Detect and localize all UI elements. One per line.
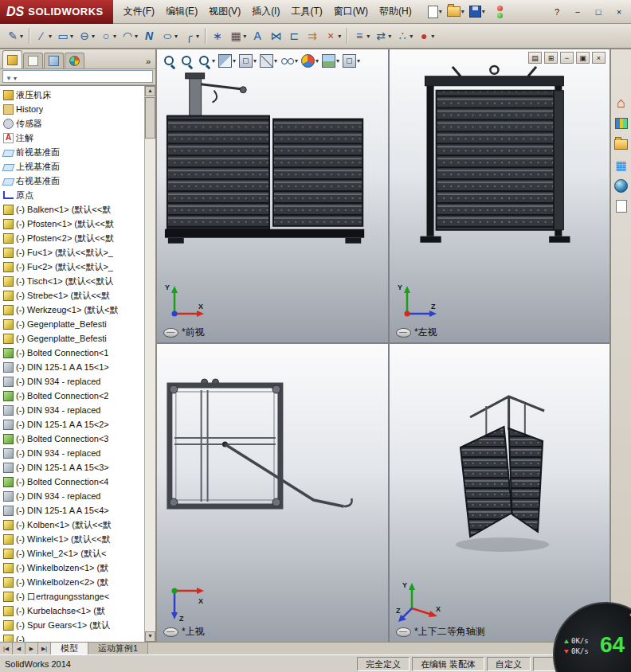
tree-item[interactable]: 原点 xyxy=(0,188,145,202)
configurationmanager-tab[interactable] xyxy=(44,53,64,68)
home-icon[interactable]: ⌂ xyxy=(613,94,630,111)
view-palette-icon[interactable]: ▦ xyxy=(613,156,630,174)
zoom-fit-button[interactable] xyxy=(162,53,178,68)
tree-filter-input[interactable] xyxy=(2,70,153,83)
tree-item[interactable]: 注解 xyxy=(0,131,145,145)
display-style-button[interactable]: ▾ xyxy=(259,53,278,68)
section-view-button[interactable]: ▾ xyxy=(218,53,237,68)
circle-button[interactable]: ○ ▾ xyxy=(97,26,119,45)
tree-item[interactable]: (-) Pfosten<1> (默认<<默 xyxy=(0,217,145,231)
tree-item[interactable]: 前视基准面 xyxy=(0,145,145,159)
tree-item[interactable]: 上视基准面 xyxy=(0,159,145,174)
tree-item[interactable]: (-) 口ertragungsstange< xyxy=(0,589,145,604)
tree-item[interactable]: (-) DIN 934 - replaced xyxy=(0,403,145,417)
tree-item[interactable]: (-) Bolted Connection<2 xyxy=(0,389,145,403)
tree-item[interactable]: (-) Bolted Connection<4 xyxy=(0,475,145,489)
separator[interactable] xyxy=(205,28,206,44)
maximize-button[interactable]: □ xyxy=(591,6,606,18)
tab-nav-button[interactable]: ◀ xyxy=(13,643,25,654)
appearances-icon[interactable] xyxy=(613,177,630,194)
view-orientation-button[interactable]: ▾ xyxy=(238,53,257,68)
tree-item[interactable]: (-) Winkel_2<1> (默认< xyxy=(0,546,145,561)
trim-entities-button[interactable]: × ▾ xyxy=(322,26,343,45)
tree-item[interactable]: (-) Winkel<1> (默认<<默 xyxy=(0,532,145,546)
tree-item[interactable]: 液压机床 xyxy=(0,88,145,102)
tree-item[interactable]: (-) xyxy=(0,632,145,642)
menu-item[interactable]: 帮助(H) xyxy=(374,5,417,18)
arc-button[interactable]: ◠ ▾ xyxy=(119,26,140,45)
tree-item[interactable]: (-) Fu<1> (默认<<默认>_ xyxy=(0,245,145,260)
apply-scene-button[interactable]: ▾ xyxy=(321,53,340,68)
tree-item[interactable]: (-) Kolben<1> (默认<<默 xyxy=(0,518,145,532)
ellipse-button[interactable]: ○ ▾ xyxy=(159,26,180,45)
text-button[interactable]: A xyxy=(249,26,267,45)
tree-item[interactable]: (-) DIN 125-1 A A 15<1> xyxy=(0,360,145,374)
design-library-icon[interactable] xyxy=(613,115,630,132)
viewport-left[interactable]: Y Z *左视 xyxy=(390,49,609,344)
viewport-four-view-button[interactable]: ⊞ xyxy=(544,52,558,64)
help-button[interactable]: ? xyxy=(550,6,564,18)
tree-item[interactable]: (-) DIN 125-1 A A 15<2> xyxy=(0,417,145,432)
model-tab[interactable]: 模型 xyxy=(51,643,88,654)
tree-item[interactable]: (-) Balken<1> (默认<<默 xyxy=(0,202,145,217)
point-button[interactable]: ∗ xyxy=(209,26,227,45)
mirror-entities-button[interactable]: ⋈ xyxy=(267,26,285,45)
menu-item[interactable]: 窗口(W) xyxy=(328,5,374,18)
tree-item[interactable]: (-) Spur Gears<1> (默认 xyxy=(0,618,145,632)
tree-item[interactable]: (-) Tisch<1> (默认<<默认 xyxy=(0,274,145,288)
tree-item[interactable]: 右视基准面 xyxy=(0,174,145,188)
tree-item[interactable]: (-) Gegenplatte_Befesti xyxy=(0,317,145,331)
viewport-isometric[interactable]: Y X Z *上下二等角轴测 xyxy=(390,344,609,642)
tab-nav-button[interactable]: ▶ xyxy=(25,643,38,654)
menu-item[interactable]: 工具(T) xyxy=(285,5,327,18)
menu-item[interactable]: 文件(F) xyxy=(118,5,160,18)
tree-item[interactable]: (-) Pfosten<2> (默认<<默 xyxy=(0,231,145,245)
close-button[interactable]: × xyxy=(612,6,626,18)
hide-show-items-button[interactable]: ▾ xyxy=(280,53,299,68)
record-indicator-icon[interactable] xyxy=(488,4,508,20)
tree-scrollbar[interactable] xyxy=(144,86,155,642)
separator[interactable] xyxy=(29,28,29,44)
save-button[interactable]: ▾ xyxy=(467,4,488,19)
tree-item[interactable]: (-) Bolted Connection<3 xyxy=(0,432,145,446)
menu-item[interactable]: 视图(V) xyxy=(203,5,246,18)
doc-minimize-button[interactable]: − xyxy=(560,52,574,64)
slot-button[interactable]: ⊖ ▾ xyxy=(76,26,97,45)
display-relations-button[interactable]: ≡ ▾ xyxy=(351,26,372,45)
tab-nav-button[interactable]: ▶| xyxy=(38,643,51,654)
tree-item[interactable]: (-) Fu<2> (默认<<默认>_ xyxy=(0,260,145,274)
move-entities-button[interactable]: ⇄ ▾ xyxy=(372,26,394,45)
featuremanager-tab[interactable] xyxy=(2,50,22,68)
doc-restore-button[interactable]: ▣ xyxy=(576,52,590,64)
tab-nav-button[interactable]: |◀ xyxy=(0,643,13,654)
offset-entities-button[interactable]: ⇉ xyxy=(304,26,322,45)
exit-sketch-button[interactable]: ● ▾ xyxy=(415,26,437,45)
panel-expand-button[interactable]: » xyxy=(146,57,153,68)
model-tab[interactable]: 运动算例1 xyxy=(88,643,148,654)
propertymanager-tab[interactable] xyxy=(23,53,43,68)
filter-dropdown-icon[interactable] xyxy=(14,69,17,84)
sketch-fillet-button[interactable]: ╭ ▾ xyxy=(180,26,202,45)
tree-item[interactable]: (-) DIN 934 - replaced xyxy=(0,446,145,460)
rectangle-button[interactable]: ▭ ▾ xyxy=(54,26,76,45)
tree-item[interactable]: 传感器 xyxy=(0,116,145,131)
separator[interactable] xyxy=(347,28,347,44)
viewport-layout-button[interactable]: ▤ xyxy=(528,52,542,64)
linear-pattern-button[interactable]: ▦ ▾ xyxy=(227,26,249,45)
scroll-down-button[interactable] xyxy=(145,631,155,642)
quick-snaps-button[interactable]: ∴ ▾ xyxy=(394,26,415,45)
previous-view-button[interactable]: ▾ xyxy=(197,53,216,68)
tree-item[interactable]: (-) Winkelbolzen<2> (默 xyxy=(0,575,145,589)
line-button[interactable]: ∕ ▾ xyxy=(33,26,54,45)
tree-item[interactable]: (-) Strebe<1> (默认<<默 xyxy=(0,288,145,303)
viewport-top[interactable]: X Z *上视 xyxy=(157,344,390,642)
tree-item[interactable]: (-) Werkzeug<1> (默认<默 xyxy=(0,303,145,317)
new-document-button[interactable]: ▾ xyxy=(425,4,445,20)
tree-item[interactable]: (-) Kurbelachse<1> (默 xyxy=(0,604,145,618)
tree-item[interactable]: (-) Gegenplatte_Befesti xyxy=(0,331,145,346)
menu-item[interactable]: 插入(I) xyxy=(246,5,285,18)
convert-entities-button[interactable]: ⊏ xyxy=(285,26,304,45)
menu-item[interactable]: 编辑(E) xyxy=(160,5,203,18)
minimize-button[interactable]: − xyxy=(570,6,585,18)
sketch-button[interactable]: ✎ ▾ xyxy=(4,26,25,45)
